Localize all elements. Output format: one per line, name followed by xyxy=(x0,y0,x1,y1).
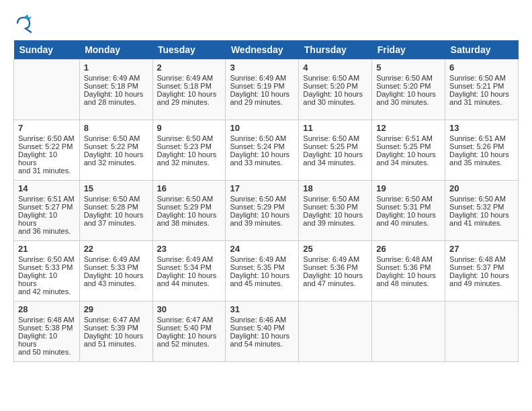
calendar-cell: 20Sunrise: 6:50 AMSunset: 5:32 PMDayligh… xyxy=(445,181,519,241)
day-info: and 30 minutes. xyxy=(376,98,441,106)
day-info: Sunset: 5:40 PM xyxy=(230,324,294,332)
day-info: Sunset: 5:29 PM xyxy=(157,203,222,211)
calendar-week-3: 14Sunrise: 6:51 AMSunset: 5:27 PMDayligh… xyxy=(14,181,519,241)
day-info: and 35 minutes. xyxy=(449,158,514,167)
day-info: Daylight: 10 hours xyxy=(84,90,148,98)
day-number: 19 xyxy=(376,183,441,193)
day-number: 15 xyxy=(84,183,148,193)
day-number: 7 xyxy=(18,123,75,133)
calendar-cell: 21Sunrise: 6:50 AMSunset: 5:33 PMDayligh… xyxy=(14,241,80,302)
day-info: Daylight: 10 hours xyxy=(84,211,148,219)
day-info: Daylight: 10 hours xyxy=(303,90,367,98)
day-info: Sunrise: 6:50 AM xyxy=(303,134,367,142)
day-info: and 39 minutes. xyxy=(303,219,367,227)
day-info: Sunset: 5:20 PM xyxy=(376,82,441,90)
calendar-cell: 18Sunrise: 6:50 AMSunset: 5:30 PMDayligh… xyxy=(299,181,372,241)
calendar-cell: 12Sunrise: 6:51 AMSunset: 5:25 PMDayligh… xyxy=(372,120,445,181)
day-info: Daylight: 10 hours xyxy=(84,332,148,340)
day-info: Sunrise: 6:51 AM xyxy=(449,134,514,142)
day-info: Sunset: 5:18 PM xyxy=(84,82,148,90)
calendar-cell xyxy=(299,302,372,362)
day-info: Sunrise: 6:47 AM xyxy=(157,316,222,324)
day-number: 5 xyxy=(376,62,441,73)
day-info: Sunrise: 6:50 AM xyxy=(157,195,222,203)
calendar-cell: 14Sunrise: 6:51 AMSunset: 5:27 PMDayligh… xyxy=(14,181,80,241)
day-info: and 39 minutes. xyxy=(230,219,294,227)
day-number: 11 xyxy=(303,123,367,133)
day-info: Sunset: 5:37 PM xyxy=(449,263,514,271)
day-number: 31 xyxy=(230,304,294,314)
day-info: Sunrise: 6:48 AM xyxy=(376,255,441,263)
day-info: Sunrise: 6:50 AM xyxy=(303,74,367,82)
day-info: Sunrise: 6:49 AM xyxy=(157,255,222,263)
day-info: Sunrise: 6:50 AM xyxy=(84,134,148,142)
day-info: Sunset: 5:34 PM xyxy=(157,263,222,271)
day-number: 29 xyxy=(84,304,148,314)
day-info: and 42 minutes. xyxy=(18,287,75,295)
calendar-cell: 5Sunrise: 6:50 AMSunset: 5:20 PMDaylight… xyxy=(372,60,445,120)
day-number: 8 xyxy=(84,123,148,133)
day-info: Sunset: 5:40 PM xyxy=(157,324,222,332)
day-info: Daylight: 10 hours xyxy=(157,90,222,98)
day-info: Sunset: 5:28 PM xyxy=(84,203,148,211)
day-info: Daylight: 10 hours xyxy=(449,90,514,98)
day-info: Sunset: 5:18 PM xyxy=(157,82,222,90)
day-info: and 33 minutes. xyxy=(230,158,294,167)
day-number: 1 xyxy=(84,62,148,73)
page-header xyxy=(13,13,519,34)
day-info: Sunrise: 6:50 AM xyxy=(18,255,75,263)
day-info: Daylight: 10 hours xyxy=(84,150,148,158)
day-info: Sunrise: 6:47 AM xyxy=(84,316,148,324)
day-info: Sunrise: 6:50 AM xyxy=(157,134,222,142)
day-info: Daylight: 10 hours xyxy=(303,211,367,219)
calendar-cell xyxy=(14,60,80,120)
day-info: and 31 minutes. xyxy=(18,167,75,175)
weekday-header-sunday: Sunday xyxy=(14,40,80,60)
day-info: and 32 minutes. xyxy=(157,158,222,167)
day-number: 28 xyxy=(18,304,75,314)
day-info: Sunset: 5:31 PM xyxy=(376,203,441,211)
calendar-cell: 16Sunrise: 6:50 AMSunset: 5:29 PMDayligh… xyxy=(152,181,226,241)
weekday-header-friday: Friday xyxy=(372,40,445,60)
day-info: Sunset: 5:32 PM xyxy=(449,203,514,211)
day-info: Daylight: 10 hours xyxy=(157,211,222,219)
day-info: Sunrise: 6:46 AM xyxy=(230,316,294,324)
day-info: Sunrise: 6:49 AM xyxy=(84,255,148,263)
calendar-cell: 22Sunrise: 6:49 AMSunset: 5:33 PMDayligh… xyxy=(79,241,152,302)
day-info: Daylight: 10 hours xyxy=(230,271,294,279)
day-number: 16 xyxy=(157,183,222,193)
day-info: and 28 minutes. xyxy=(84,98,148,106)
day-info: and 40 minutes. xyxy=(376,219,441,227)
calendar-cell: 31Sunrise: 6:46 AMSunset: 5:40 PMDayligh… xyxy=(226,302,299,362)
calendar-cell: 27Sunrise: 6:48 AMSunset: 5:37 PMDayligh… xyxy=(445,241,519,302)
day-info: Sunrise: 6:49 AM xyxy=(303,255,367,263)
day-info: and 30 minutes. xyxy=(303,98,367,106)
day-number: 26 xyxy=(376,244,441,254)
day-info: Sunrise: 6:50 AM xyxy=(376,74,441,82)
day-info: Daylight: 10 hours xyxy=(376,150,441,158)
day-info: Sunrise: 6:50 AM xyxy=(303,195,367,203)
day-info: Daylight: 10 hours xyxy=(230,211,294,219)
calendar-cell: 10Sunrise: 6:50 AMSunset: 5:24 PMDayligh… xyxy=(226,120,299,181)
calendar-cell: 4Sunrise: 6:50 AMSunset: 5:20 PMDaylight… xyxy=(299,60,372,120)
day-info: Daylight: 10 hours xyxy=(18,211,75,227)
calendar-cell xyxy=(445,302,519,362)
day-number: 20 xyxy=(449,183,514,193)
day-info: and 49 minutes. xyxy=(449,279,514,287)
day-number: 3 xyxy=(230,62,294,73)
calendar-table: SundayMondayTuesdayWednesdayThursdayFrid… xyxy=(13,40,519,362)
day-info: and 45 minutes. xyxy=(230,279,294,287)
calendar-cell: 29Sunrise: 6:47 AMSunset: 5:39 PMDayligh… xyxy=(79,302,152,362)
day-number: 10 xyxy=(230,123,294,133)
day-info: Sunrise: 6:48 AM xyxy=(18,316,75,324)
day-info: and 37 minutes. xyxy=(84,219,148,227)
day-number: 30 xyxy=(157,304,222,314)
day-info: Daylight: 10 hours xyxy=(157,332,222,340)
weekday-header-saturday: Saturday xyxy=(445,40,519,60)
day-info: Sunrise: 6:49 AM xyxy=(230,74,294,82)
logo xyxy=(13,13,35,34)
day-info: and 41 minutes. xyxy=(449,219,514,227)
day-info: Daylight: 10 hours xyxy=(449,150,514,158)
day-number: 9 xyxy=(157,123,222,133)
day-info: Sunset: 5:30 PM xyxy=(303,203,367,211)
